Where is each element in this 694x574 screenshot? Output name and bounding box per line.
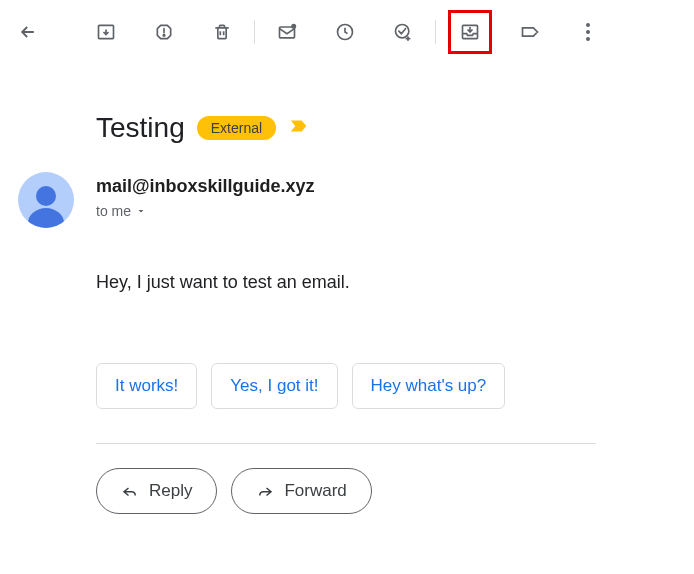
toolbar-divider bbox=[254, 20, 255, 44]
clock-icon bbox=[335, 22, 355, 42]
recipient-line[interactable]: to me bbox=[96, 203, 315, 219]
trash-icon bbox=[212, 22, 232, 42]
more-button[interactable] bbox=[568, 12, 608, 52]
important-icon bbox=[288, 115, 310, 137]
sender-email: mail@inboxskillguide.xyz bbox=[96, 176, 315, 197]
archive-button[interactable] bbox=[86, 12, 126, 52]
svg-rect-2 bbox=[280, 27, 295, 38]
subject-row: Testing External bbox=[96, 112, 694, 144]
highlighted-move-to-inbox bbox=[448, 10, 492, 54]
email-body: Hey, I just want to test an email. bbox=[96, 272, 694, 293]
message-toolbar bbox=[0, 0, 694, 64]
separator bbox=[96, 443, 596, 444]
back-button[interactable] bbox=[8, 12, 48, 52]
archive-icon bbox=[96, 22, 116, 42]
email-subject: Testing bbox=[96, 112, 185, 144]
external-badge: External bbox=[197, 116, 276, 140]
svg-point-3 bbox=[291, 24, 296, 29]
spam-icon bbox=[154, 22, 174, 42]
sender-row: mail@inboxskillguide.xyz to me bbox=[18, 172, 694, 228]
action-buttons: Reply Forward bbox=[96, 468, 694, 514]
reply-button[interactable]: Reply bbox=[96, 468, 217, 514]
reply-icon bbox=[121, 482, 139, 500]
snooze-button[interactable] bbox=[325, 12, 365, 52]
avatar[interactable] bbox=[18, 172, 74, 228]
report-spam-button[interactable] bbox=[144, 12, 184, 52]
arrow-back-icon bbox=[18, 22, 38, 42]
forward-button[interactable]: Forward bbox=[231, 468, 371, 514]
label-icon bbox=[520, 22, 540, 42]
smart-reply-2[interactable]: Yes, I got it! bbox=[211, 363, 337, 409]
svg-point-1 bbox=[163, 35, 165, 37]
smart-reply-1[interactable]: It works! bbox=[96, 363, 197, 409]
move-to-inbox-button[interactable] bbox=[453, 15, 487, 49]
smart-reply-3[interactable]: Hey what's up? bbox=[352, 363, 506, 409]
move-to-inbox-icon bbox=[460, 22, 480, 42]
delete-button[interactable] bbox=[202, 12, 242, 52]
task-add-icon bbox=[393, 22, 413, 42]
recipient-text: to me bbox=[96, 203, 131, 219]
labels-button[interactable] bbox=[510, 12, 550, 52]
smart-replies: It works! Yes, I got it! Hey what's up? bbox=[96, 363, 694, 409]
forward-icon bbox=[256, 482, 274, 500]
toolbar-divider bbox=[435, 20, 436, 44]
mail-unread-icon bbox=[277, 22, 297, 42]
svg-point-5 bbox=[396, 25, 409, 38]
add-to-tasks-button[interactable] bbox=[383, 12, 423, 52]
reply-label: Reply bbox=[149, 481, 192, 501]
chevron-down-icon bbox=[135, 205, 147, 217]
importance-marker[interactable] bbox=[288, 115, 310, 141]
more-vert-icon bbox=[586, 23, 590, 41]
forward-label: Forward bbox=[284, 481, 346, 501]
mark-unread-button[interactable] bbox=[267, 12, 307, 52]
